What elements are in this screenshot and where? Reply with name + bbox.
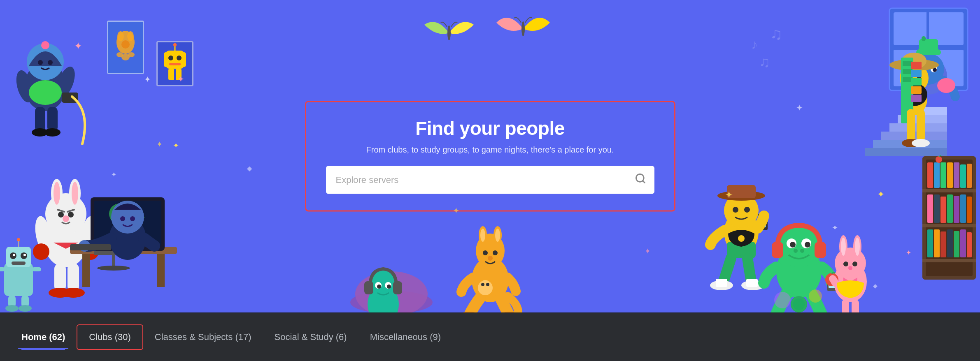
svg-rect-201 <box>947 229 953 257</box>
svg-point-33 <box>45 193 86 234</box>
svg-text:✦: ✦ <box>832 224 838 232</box>
sparkle-4: ✦ <box>725 189 733 201</box>
svg-rect-200 <box>940 231 946 257</box>
bottom-center-illustration <box>334 222 498 312</box>
svg-point-104 <box>937 78 955 93</box>
svg-rect-194 <box>947 194 953 223</box>
svg-rect-184 <box>927 162 933 188</box>
sparkle-1: ✦ <box>177 74 184 85</box>
svg-point-39 <box>68 212 74 218</box>
svg-point-168 <box>841 238 846 256</box>
svg-point-137 <box>744 207 750 213</box>
left-illustration: ✦ ✦ ✦ ✦ <box>0 0 263 312</box>
svg-rect-27 <box>35 107 45 132</box>
svg-rect-128 <box>911 95 922 102</box>
svg-point-37 <box>72 182 78 205</box>
navigation-tabs: Home (62) Clubs (30) Classes & Subjects … <box>0 312 980 361</box>
svg-rect-107 <box>865 148 947 156</box>
hero-subtitle: From clubs, to study groups, to game nig… <box>326 145 654 155</box>
svg-point-166 <box>835 248 866 279</box>
svg-rect-186 <box>940 162 946 188</box>
sparkle-3: ✦ <box>796 103 803 113</box>
svg-rect-48 <box>68 263 79 292</box>
svg-rect-175 <box>852 299 859 312</box>
hero-search-area: Find your people From clubs, to study gr… <box>305 101 675 212</box>
svg-point-88 <box>447 25 451 40</box>
svg-point-89 <box>521 21 525 36</box>
svg-rect-199 <box>934 229 940 257</box>
svg-point-64 <box>5 305 19 312</box>
tab-misc[interactable]: Miscellaneous (9) <box>358 325 452 349</box>
svg-rect-150 <box>815 242 826 258</box>
svg-point-155 <box>794 249 798 253</box>
svg-rect-127 <box>911 86 922 94</box>
svg-rect-191 <box>927 194 933 223</box>
svg-point-170 <box>855 238 860 256</box>
svg-point-146 <box>738 235 745 242</box>
svg-rect-181 <box>922 189 976 192</box>
svg-point-50 <box>62 288 85 298</box>
right-illustration: S <box>692 0 980 312</box>
svg-point-80 <box>120 216 125 221</box>
svg-point-59 <box>17 238 20 241</box>
svg-rect-76 <box>112 255 115 267</box>
svg-rect-193 <box>940 197 946 223</box>
svg-rect-83 <box>70 244 111 250</box>
svg-rect-121 <box>903 61 912 66</box>
svg-point-172 <box>852 261 857 266</box>
svg-rect-145 <box>746 279 758 287</box>
svg-point-21 <box>38 60 43 65</box>
svg-point-233 <box>377 285 381 289</box>
svg-point-31 <box>29 80 62 105</box>
svg-point-23 <box>41 41 49 49</box>
svg-rect-185 <box>934 162 940 188</box>
svg-rect-129 <box>907 109 915 142</box>
top-center-deco <box>408 8 573 58</box>
hero-title: Find your people <box>326 117 654 139</box>
tab-clubs[interactable]: Clubs (30) <box>77 324 143 350</box>
svg-rect-190 <box>967 164 972 188</box>
svg-rect-203 <box>960 229 966 257</box>
svg-rect-182 <box>922 224 976 227</box>
svg-point-234 <box>387 285 391 289</box>
svg-rect-125 <box>911 70 922 77</box>
svg-rect-124 <box>911 62 922 69</box>
svg-point-156 <box>800 249 804 253</box>
svg-point-162 <box>793 299 805 310</box>
svg-rect-197 <box>967 197 972 223</box>
svg-point-35 <box>54 182 60 205</box>
search-input[interactable] <box>326 166 654 194</box>
svg-point-173 <box>848 266 852 270</box>
svg-rect-192 <box>934 194 940 223</box>
svg-point-153 <box>790 242 796 248</box>
svg-point-205 <box>936 156 942 163</box>
sparkle-5: ◆ <box>247 164 252 172</box>
svg-rect-71 <box>157 254 165 287</box>
svg-rect-126 <box>911 78 922 86</box>
svg-rect-51 <box>4 263 33 296</box>
svg-point-56 <box>23 254 26 256</box>
svg-point-163 <box>774 292 791 308</box>
svg-rect-57 <box>12 261 26 265</box>
svg-rect-187 <box>947 162 953 188</box>
svg-rect-130 <box>917 109 925 142</box>
svg-text:✦: ✦ <box>111 171 116 178</box>
app-container: ✦ ✦ ✦ ✦ ♫ <box>0 0 980 361</box>
svg-point-164 <box>809 289 822 303</box>
svg-point-45 <box>33 243 49 260</box>
svg-point-22 <box>48 60 53 65</box>
tab-social[interactable]: Social & Study (6) <box>263 325 358 349</box>
svg-text:◆: ◆ <box>873 282 878 289</box>
svg-text:✦: ✦ <box>877 189 885 199</box>
svg-point-65 <box>19 305 32 312</box>
tab-classes[interactable]: Classes & Subjects (17) <box>143 325 263 349</box>
tab-home[interactable]: Home (62) <box>10 325 77 349</box>
svg-point-136 <box>733 207 738 213</box>
svg-text:✦: ✦ <box>173 141 179 150</box>
svg-point-55 <box>13 254 15 256</box>
svg-rect-60 <box>0 267 5 271</box>
svg-rect-174 <box>842 299 849 312</box>
svg-rect-70 <box>82 254 90 287</box>
svg-point-171 <box>843 261 848 266</box>
svg-rect-47 <box>54 263 66 292</box>
